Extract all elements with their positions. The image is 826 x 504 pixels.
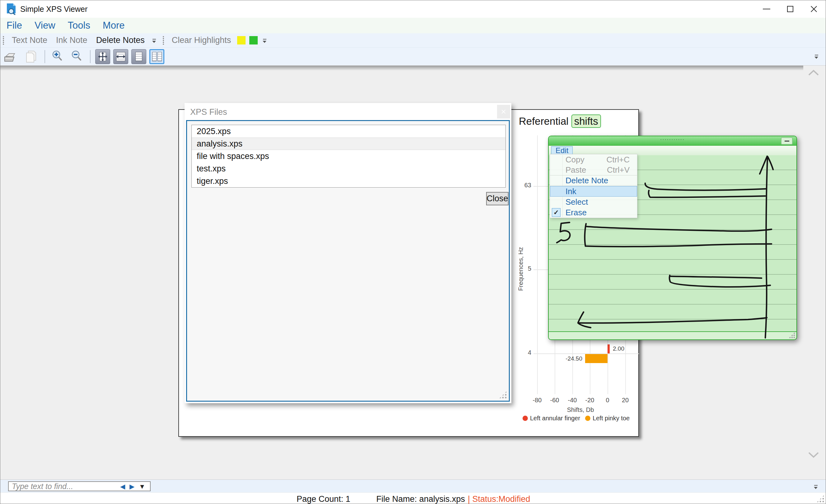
x-tick-label: -40	[563, 397, 582, 404]
dialog-title: XPS Files	[190, 107, 227, 117]
legend-label: Left pinky toe	[593, 415, 630, 422]
note-edit-menu: Copy Ctrl+C Paste Ctrl+V Delete Note Ink…	[550, 154, 637, 218]
toolbar-grip[interactable]	[3, 36, 4, 45]
file-name-label: File Name: analysis.xps	[376, 494, 465, 504]
legend-marker-icon	[523, 416, 528, 421]
zoom-out-icon[interactable]	[71, 50, 84, 63]
menu-item-select[interactable]: Select	[550, 197, 637, 207]
find-next-icon[interactable]: ▶	[129, 483, 134, 490]
clear-highlights-button[interactable]: Clear Highlights	[172, 36, 231, 45]
note-title-bar[interactable]: ∙∙∙∙∙∙∙∙∙∙∙	[549, 136, 796, 145]
minimize-icon[interactable]	[755, 0, 778, 18]
find-box: ◀ ▶ ▼	[8, 481, 151, 491]
menu-item-paste[interactable]: Paste Ctrl+V	[550, 165, 637, 176]
heading-prefix: Referential	[519, 115, 572, 127]
note-drag-handle-icon[interactable]: ∙∙∙∙∙∙∙∙∙∙∙	[549, 137, 796, 142]
print-icon[interactable]	[3, 50, 18, 63]
text-note-button[interactable]: Text Note	[12, 36, 47, 45]
page-count-label: Page Count: 1	[297, 494, 350, 504]
list-item[interactable]: file with spaces.xps	[192, 150, 506, 163]
status-modified-label: | Status:Modified	[468, 494, 530, 504]
notes-overflow-icon[interactable]	[152, 39, 157, 44]
document-area: Referential shifts 63 5 4 2.00	[0, 66, 826, 480]
window-controls	[755, 0, 826, 18]
fit-page-icon[interactable]	[95, 49, 110, 64]
find-previous-icon[interactable]: ◀	[120, 483, 125, 490]
menu-tools[interactable]: Tools	[68, 20, 90, 31]
view-overflow-icon[interactable]	[815, 54, 819, 59]
notes-toolbar: Text Note Ink Note Delete Notes Clear Hi…	[0, 33, 826, 48]
legend-item: Left annular finger	[523, 415, 580, 422]
legend-marker-icon	[585, 416, 590, 421]
note-footer	[549, 331, 796, 339]
title-bar: Simple XPS Viewer	[0, 0, 826, 18]
ink-note-button[interactable]: Ink Note	[56, 36, 87, 45]
menu-item-ink[interactable]: Ink	[550, 186, 637, 197]
note-edit-menu-button[interactable]: Edit	[551, 146, 573, 155]
menu-item-delete-note[interactable]: Delete Note	[550, 176, 637, 186]
status-bar: Page Count: 1 File Name: analysis.xps | …	[0, 493, 826, 504]
scroll-down-icon[interactable]	[807, 451, 821, 459]
menu-bar: File View Tools More	[0, 18, 826, 33]
menu-item-label: Select	[566, 197, 588, 207]
x-tick-label: 20	[616, 397, 635, 404]
find-options-icon[interactable]: ▼	[139, 483, 145, 490]
note-resize-grip-icon[interactable]	[789, 332, 795, 338]
copy-pages-icon[interactable]	[24, 50, 38, 63]
list-item[interactable]: test.xps	[192, 163, 506, 175]
bar-left-annular-finger	[607, 344, 610, 354]
yellow-highlight-swatch[interactable]	[237, 36, 246, 45]
toolbar-grip[interactable]	[163, 36, 164, 45]
chart-legend: Left annular finger Left pinky toe	[517, 415, 635, 422]
toolbar-separator	[90, 50, 91, 63]
y-axis-title: Frequences, Hz	[517, 232, 524, 306]
list-item[interactable]: 2025.xps	[192, 125, 506, 137]
note-minimize-icon[interactable]	[781, 137, 793, 145]
menu-item-label: Ink	[566, 187, 576, 196]
menu-item-copy[interactable]: Copy Ctrl+C	[550, 154, 637, 165]
delete-notes-button[interactable]: Delete Notes	[96, 36, 145, 45]
close-icon[interactable]	[802, 0, 826, 18]
menu-item-label: Copy	[566, 155, 585, 165]
findbar-overflow-icon[interactable]	[814, 485, 818, 490]
heading-highlighted-word: shifts	[572, 115, 601, 128]
maximize-icon[interactable]	[778, 0, 802, 18]
scroll-up-icon[interactable]	[807, 69, 821, 77]
menu-item-shortcut: Ctrl+C	[606, 155, 630, 165]
fit-width-icon[interactable]	[113, 49, 128, 64]
ink-note[interactable]: ∙∙∙∙∙∙∙∙∙∙∙ Edit	[548, 136, 797, 340]
find-bar: ◀ ▶ ▼	[0, 480, 826, 493]
close-button[interactable]: Close	[486, 192, 509, 205]
green-highlight-swatch[interactable]	[249, 36, 258, 45]
bar-value-label: -24.50	[548, 355, 582, 362]
resize-grip-icon[interactable]	[499, 391, 507, 399]
window-resize-grip-icon[interactable]	[816, 495, 824, 503]
menu-item-label: Erase	[566, 208, 587, 217]
two-page-icon[interactable]	[150, 49, 164, 64]
menu-item-erase[interactable]: ✓ Erase	[550, 207, 637, 218]
toolbar-separator	[45, 50, 45, 63]
highlights-overflow-icon[interactable]	[263, 39, 267, 44]
dialog-close-icon[interactable]	[497, 105, 510, 119]
menu-item-label: Delete Note	[566, 176, 608, 185]
xps-files-dialog: XPS Files 2025.xps analysis.xps file wit…	[185, 103, 511, 403]
menu-file[interactable]: File	[6, 20, 22, 31]
y-tick-label: 63	[513, 182, 531, 189]
gridline	[537, 135, 538, 394]
checkbox-checked-icon[interactable]: ✓	[552, 208, 560, 217]
x-axis-title: Shifts, Db	[546, 406, 615, 414]
app-window: Simple XPS Viewer File View Tools More T…	[0, 0, 826, 504]
app-icon	[6, 3, 17, 15]
list-item[interactable]: tiger.xps	[192, 175, 506, 187]
file-list: 2025.xps analysis.xps file with spaces.x…	[191, 125, 506, 188]
bar-value-label: 2.00	[613, 345, 624, 352]
menu-more[interactable]: More	[103, 20, 125, 31]
window-title: Simple XPS Viewer	[20, 0, 87, 18]
zoom-in-icon[interactable]	[51, 50, 64, 63]
menu-view[interactable]: View	[35, 20, 55, 31]
search-input[interactable]	[11, 482, 118, 491]
list-item-selected[interactable]: analysis.xps	[192, 137, 506, 150]
menu-item-shortcut: Ctrl+V	[607, 165, 630, 175]
one-page-icon[interactable]	[131, 49, 146, 64]
bar-left-pinky-toe	[585, 354, 607, 363]
